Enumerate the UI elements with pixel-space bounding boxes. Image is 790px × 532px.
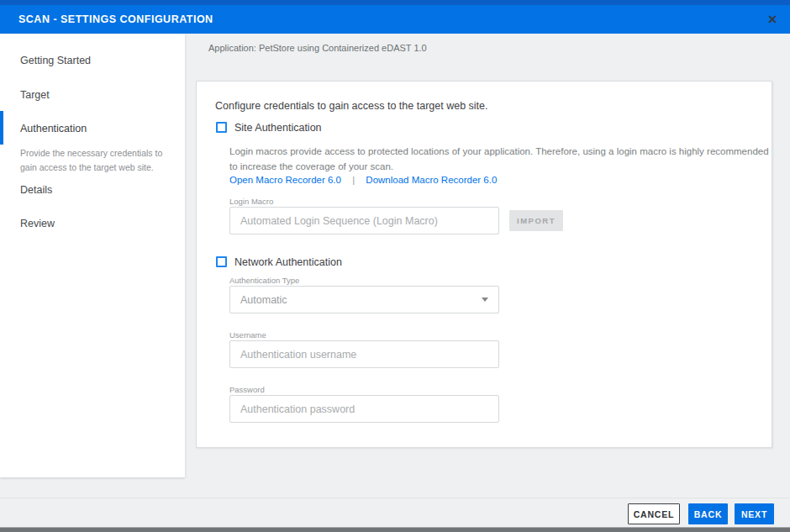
authentication-type-dropdown[interactable]: Automatic — [229, 286, 499, 313]
footer-divider — [0, 498, 790, 498]
bottom-page-edge — [0, 527, 790, 532]
import-button[interactable]: IMPORT — [509, 210, 563, 231]
wizard-sidebar: Getting Started Target Authentication Pr… — [0, 34, 185, 477]
network-authentication-label: Network Authentication — [234, 256, 342, 268]
login-macro-description: Login macros provide access to protected… — [229, 144, 776, 175]
authentication-panel: Configure credentials to gain access to … — [196, 81, 772, 448]
authentication-type-field-label: Authentication Type — [229, 276, 299, 285]
scan-settings-dialog: SCAN - SETTINGS CONFIGURATION ✕ Getting … — [0, 0, 790, 532]
network-authentication-checkbox[interactable] — [216, 256, 227, 267]
username-input[interactable] — [229, 340, 499, 368]
sidebar-item-review[interactable]: Review — [0, 217, 185, 230]
sidebar-item-getting-started[interactable]: Getting Started — [0, 54, 185, 67]
sidebar-item-authentication[interactable]: Authentication — [0, 122, 185, 135]
chevron-down-icon — [482, 298, 488, 302]
sidebar-item-target[interactable]: Target — [0, 88, 185, 102]
site-authentication-checkbox[interactable] — [216, 122, 227, 133]
dialog-title-bar: SCAN - SETTINGS CONFIGURATION ✕ — [0, 5, 790, 34]
panel-intro-text: Configure credentials to gain access to … — [215, 100, 488, 112]
cancel-button[interactable]: CANCEL — [628, 503, 680, 524]
password-field-label: Password — [229, 385, 265, 394]
close-icon[interactable]: ✕ — [764, 11, 781, 28]
dialog-title: SCAN - SETTINGS CONFIGURATION — [18, 13, 213, 25]
application-context-line: Application: PetStore using Containerize… — [208, 43, 427, 53]
back-button[interactable]: BACK — [688, 503, 728, 524]
login-macro-field-label: Login Macro — [229, 197, 273, 206]
download-macro-recorder-link[interactable]: Download Macro Recorder 6.0 — [366, 175, 497, 185]
username-field-label: Username — [229, 330, 266, 340]
login-macro-input[interactable] — [229, 207, 499, 234]
next-button[interactable]: NEXT — [735, 503, 774, 524]
site-authentication-label: Site Authentication — [234, 122, 322, 134]
authentication-type-value: Automatic — [240, 294, 482, 306]
sidebar-step-description: Provide the necessary credentials to gai… — [20, 146, 170, 175]
open-macro-recorder-link[interactable]: Open Macro Recorder 6.0 — [229, 175, 341, 185]
sidebar-item-details[interactable]: Details — [0, 183, 185, 197]
macro-recorder-links: Open Macro Recorder 6.0 | Download Macro… — [229, 175, 497, 185]
password-input[interactable] — [229, 395, 499, 423]
links-separator: | — [352, 175, 355, 185]
